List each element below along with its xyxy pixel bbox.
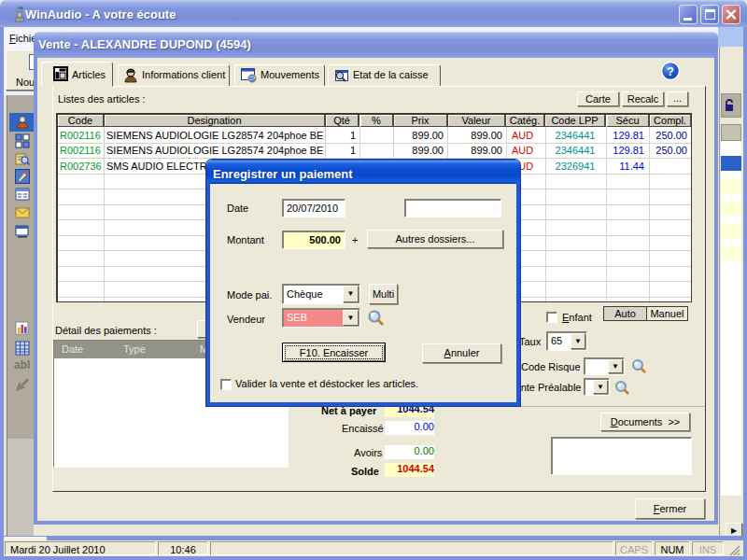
svg-text:?: ? <box>667 64 674 78</box>
